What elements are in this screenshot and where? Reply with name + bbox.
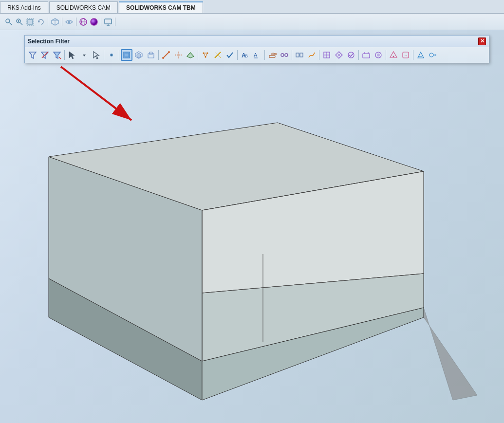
filter-invert-button[interactable] — [51, 49, 63, 61]
separator — [358, 50, 359, 60]
svg-rect-17 — [105, 19, 112, 24]
filter-sketch-seg-button[interactable] — [212, 49, 224, 61]
tab-label: SOLIDWORKS CAM TBM — [126, 4, 196, 11]
select-pointer-button[interactable] — [66, 49, 78, 61]
svg-point-87 — [393, 56, 394, 57]
svg-rect-73 — [300, 53, 303, 57]
selection-filter-dialog: Selection Filter ✕ — [24, 35, 489, 63]
svg-point-12 — [68, 20, 71, 23]
svg-marker-93 — [435, 54, 436, 56]
svg-point-0 — [6, 19, 10, 23]
separator-vert — [119, 50, 119, 60]
filter-sketch-pts-button[interactable] — [200, 49, 211, 61]
filter-cam3-button[interactable] — [345, 49, 357, 61]
filter-faces-button[interactable] — [121, 49, 132, 61]
filter-cam8-button[interactable] — [415, 49, 427, 61]
separator — [76, 18, 76, 26]
filter-cam7-button[interactable]: → — [400, 49, 411, 61]
svg-text:→: → — [404, 53, 408, 58]
filter-cam9-button[interactable] — [427, 49, 439, 61]
top-toolbar — [0, 14, 504, 30]
svg-rect-44 — [125, 53, 129, 57]
svg-marker-20 — [49, 278, 202, 400]
rotate-icon[interactable] — [36, 17, 46, 27]
zoom-icon[interactable] — [15, 17, 24, 27]
svg-marker-39 — [83, 55, 86, 56]
filter-clear-button[interactable] — [39, 49, 51, 61]
svg-point-71 — [285, 54, 288, 56]
filter-body-button[interactable] — [145, 49, 157, 61]
tab-solidworks-cam-tbm[interactable]: SOLIDWORKS CAM TBM — [119, 1, 203, 13]
svg-rect-47 — [148, 54, 154, 58]
sf-close-button[interactable]: ✕ — [478, 37, 486, 45]
separator — [264, 50, 265, 60]
select-pointer2-button[interactable] — [91, 49, 102, 61]
tab-label: SOLIDWORKS CAM — [56, 4, 111, 11]
filter-cam5-button[interactable] — [373, 49, 384, 61]
svg-line-5 — [20, 22, 23, 25]
globe-icon[interactable] — [78, 17, 88, 27]
tab-solidworks-cam[interactable]: SOLIDWORKS CAM — [49, 1, 118, 13]
filter-cam2-button[interactable] — [333, 49, 345, 61]
cube-icon[interactable] — [50, 17, 60, 27]
svg-point-50 — [162, 57, 164, 59]
filter-mates-button[interactable] — [294, 49, 305, 61]
sf-title: Selection Filter — [28, 38, 70, 45]
filter-edges-button[interactable] — [160, 49, 172, 61]
main-canvas: Selection Filter ✕ — [0, 30, 504, 423]
eye-icon[interactable] — [64, 17, 74, 27]
separator — [386, 50, 386, 60]
filter-text-button[interactable]: AB — [239, 49, 251, 61]
filter-dims-button[interactable]: dim — [266, 49, 278, 61]
separator — [64, 50, 65, 60]
svg-point-79 — [338, 54, 340, 56]
filter-geomate-button[interactable] — [279, 49, 290, 61]
svg-text:dim: dim — [271, 52, 277, 55]
tab-label: RKS Add-Ins — [7, 4, 41, 11]
filter-cam6-button[interactable] — [388, 49, 399, 61]
filter-temp-axes-button[interactable] — [172, 49, 184, 61]
svg-point-42 — [111, 55, 112, 56]
svg-text:B: B — [245, 54, 248, 58]
svg-line-35 — [42, 52, 48, 58]
filter-check-button[interactable] — [224, 49, 236, 61]
svg-marker-21 — [49, 157, 202, 361]
svg-marker-23 — [202, 171, 424, 293]
filter-annot-button[interactable]: A — [251, 49, 263, 61]
separator — [48, 18, 48, 26]
svg-line-32 — [61, 67, 131, 120]
svg-marker-40 — [93, 52, 99, 59]
tab-rks-addins[interactable]: RKS Add-Ins — [0, 1, 48, 13]
filter-component-button[interactable] — [133, 49, 145, 61]
svg-line-49 — [163, 52, 169, 58]
filter-all-button[interactable] — [27, 49, 38, 61]
svg-rect-7 — [28, 19, 33, 24]
svg-marker-26 — [424, 308, 477, 400]
select-icon[interactable] — [25, 17, 35, 27]
svg-marker-25 — [202, 308, 424, 400]
separator — [101, 18, 101, 26]
svg-point-85 — [377, 54, 380, 56]
filter-vertices-button[interactable] — [106, 49, 117, 61]
magnify-icon[interactable] — [4, 17, 14, 27]
svg-marker-46 — [137, 53, 141, 58]
sf-titlebar: Selection Filter ✕ — [25, 36, 489, 47]
svg-line-30 — [202, 274, 424, 293]
svg-point-51 — [168, 51, 170, 53]
filter-weld-button[interactable] — [306, 49, 317, 61]
svg-line-28 — [202, 171, 424, 210]
separator — [413, 50, 413, 60]
select-dropdown-button[interactable] — [78, 49, 90, 61]
svg-point-80 — [348, 52, 354, 58]
svg-marker-24 — [202, 274, 424, 361]
separator — [198, 50, 198, 60]
filter-planes-button[interactable] — [185, 49, 196, 61]
svg-point-70 — [281, 54, 284, 56]
svg-line-37 — [59, 57, 61, 59]
filter-cam1-button[interactable] — [321, 49, 333, 61]
svg-line-1 — [10, 22, 12, 25]
filter-cam4-button[interactable] — [360, 49, 372, 61]
monitor-icon[interactable] — [103, 17, 113, 27]
render-icon[interactable] — [89, 17, 99, 27]
svg-rect-72 — [296, 53, 299, 57]
